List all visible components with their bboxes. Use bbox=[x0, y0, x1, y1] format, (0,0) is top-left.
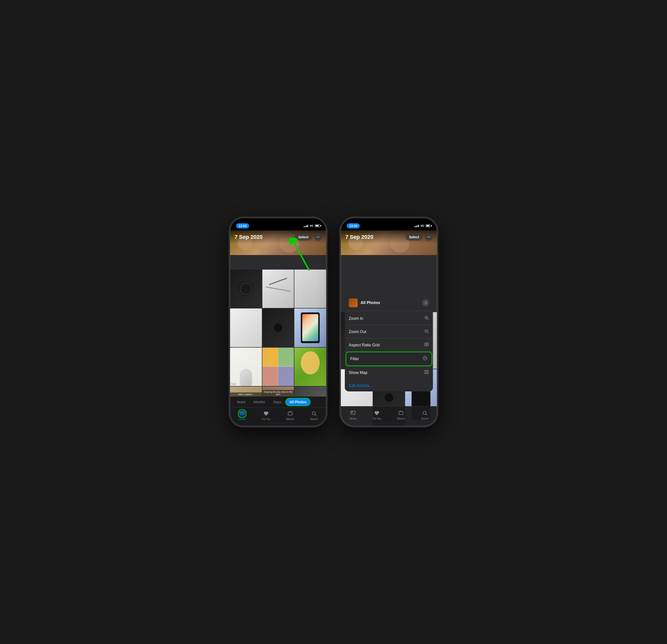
menu-item-filter[interactable]: Filter bbox=[346, 352, 432, 366]
photo-header-right: 7 Sep 2020 Select ··· bbox=[341, 230, 437, 244]
photo-cable-top[interactable] bbox=[262, 270, 294, 308]
tab-library-right[interactable]: Library bbox=[341, 409, 365, 420]
tab-label-search-left: Search bbox=[310, 418, 318, 420]
svg-rect-2 bbox=[240, 412, 244, 415]
svg-line-9 bbox=[315, 415, 316, 416]
library-icon-right bbox=[349, 409, 356, 417]
photo-caption: Add a Caption... bbox=[230, 392, 262, 396]
svg-rect-28 bbox=[351, 412, 353, 413]
battery-right bbox=[425, 225, 431, 227]
for-you-icon-right bbox=[373, 409, 380, 417]
svg-point-8 bbox=[312, 412, 315, 415]
signal-bars-left bbox=[304, 224, 308, 227]
signal-bar-1 bbox=[304, 226, 305, 227]
tab-label-albums-right: Albums bbox=[397, 417, 405, 420]
albums-icon bbox=[287, 410, 294, 417]
signal-bars-right bbox=[414, 224, 419, 227]
tab-library[interactable]: Library bbox=[230, 410, 254, 420]
tab-bar-right: Library For You bbox=[341, 406, 437, 426]
tab-label-for-you-right: For You bbox=[373, 417, 381, 420]
photo-bottom-2[interactable]: Enjoying the play area on the farm bbox=[262, 386, 294, 396]
menu-item-zoom-out[interactable]: Zoom Out bbox=[345, 325, 433, 338]
signal-label-left: 4G bbox=[310, 224, 313, 227]
svg-rect-6 bbox=[288, 412, 292, 415]
svg-rect-30 bbox=[400, 410, 402, 412]
for-you-icon bbox=[263, 410, 270, 417]
signal-bar-r4 bbox=[418, 225, 419, 227]
zoom-out-icon bbox=[424, 329, 429, 335]
photo-baby[interactable] bbox=[294, 348, 326, 386]
tab-search-right[interactable]: Search bbox=[413, 409, 437, 420]
zoom-out-label: Zoom Out bbox=[349, 329, 366, 334]
tab-bar-left: Years Months Days All Photos bbox=[230, 396, 326, 426]
tab-for-you[interactable]: For You bbox=[254, 410, 278, 420]
left-phone: 13:03 4G bbox=[230, 218, 326, 426]
svg-rect-7 bbox=[289, 412, 291, 412]
menu-item-show-map[interactable]: Show Map bbox=[345, 366, 433, 379]
menu-item-aspect-ratio[interactable]: Aspect Ratio Grid bbox=[345, 338, 433, 352]
tab-label-library-right: Library bbox=[349, 417, 357, 420]
view-btn-all-photos[interactable]: All Photos bbox=[286, 399, 310, 405]
menu-item-zoom-in[interactable]: Zoom In bbox=[345, 312, 433, 325]
status-right-right: 4G bbox=[414, 224, 431, 227]
battery-left bbox=[315, 225, 320, 227]
signal-bar-r3 bbox=[417, 225, 418, 227]
context-menu-title: All Photos bbox=[361, 301, 422, 305]
aspect-ratio-label: Aspect Ratio Grid bbox=[349, 343, 379, 347]
photo-accessory-1[interactable] bbox=[294, 270, 326, 308]
view-switcher: Years Months Days All Photos bbox=[230, 397, 326, 408]
photo-stand-1[interactable] bbox=[230, 308, 262, 347]
photo-bottom-1[interactable]: Add a Caption... bbox=[230, 386, 262, 396]
photo-speaker-dark[interactable] bbox=[230, 270, 262, 308]
svg-rect-29 bbox=[399, 412, 403, 415]
status-right-left: 4G bbox=[304, 224, 320, 227]
svg-rect-5 bbox=[242, 412, 244, 414]
svg-line-15 bbox=[427, 332, 429, 333]
notch-right bbox=[369, 218, 409, 225]
tab-label-library: Library bbox=[238, 418, 246, 420]
svg-line-11 bbox=[427, 319, 429, 320]
photo-grid-left: 0:10 Add a Caption... bbox=[230, 230, 326, 396]
photo-bottom-3[interactable] bbox=[294, 386, 326, 396]
video-duration-badge: 0:10 bbox=[231, 382, 236, 385]
signal-bar-r1 bbox=[414, 226, 415, 227]
albums-icon-right bbox=[397, 409, 404, 417]
photo-speaker-2[interactable] bbox=[262, 308, 294, 347]
photo-homepod[interactable]: 0:10 bbox=[230, 348, 262, 386]
svg-rect-4 bbox=[241, 412, 242, 414]
context-menu: All Photos ✕ Zoom In bbox=[345, 295, 433, 391]
context-menu-items: Zoom In Zoom Out bbox=[345, 311, 433, 380]
zoom-in-label: Zoom In bbox=[349, 316, 363, 321]
battery-fill-right bbox=[426, 225, 430, 226]
more-button-right[interactable]: ··· bbox=[425, 234, 433, 241]
edit-actions-link[interactable]: Edit Actions... bbox=[349, 384, 373, 388]
header-actions-right: Select ··· bbox=[406, 234, 433, 241]
tab-label-search-right: Search bbox=[421, 417, 429, 420]
select-button-left[interactable]: Select bbox=[295, 234, 312, 241]
signal-label-right: 4G bbox=[420, 224, 424, 227]
view-btn-years[interactable]: Years bbox=[233, 399, 248, 405]
view-btn-months[interactable]: Months bbox=[250, 399, 268, 405]
tab-items-left: Library For You bbox=[230, 408, 326, 426]
notch bbox=[258, 218, 298, 225]
view-btn-days[interactable]: Days bbox=[270, 399, 284, 405]
search-icon-right bbox=[421, 409, 428, 417]
show-map-label: Show Map bbox=[349, 370, 368, 375]
photo-phone-device[interactable] bbox=[294, 308, 326, 347]
photo-date-right: 7 Sep 2020 bbox=[345, 234, 373, 240]
status-time-right: 13:03 bbox=[347, 223, 360, 228]
tab-albums[interactable]: Albums bbox=[278, 410, 302, 420]
photo-caption-2: Enjoying the play area on the farm bbox=[262, 390, 294, 396]
tab-items-right: Library For You bbox=[341, 406, 437, 426]
tab-search[interactable]: Search bbox=[302, 410, 326, 420]
search-icon-left bbox=[311, 410, 318, 417]
svg-line-32 bbox=[426, 414, 427, 415]
tab-albums-right[interactable]: Albums bbox=[389, 409, 413, 420]
photo-collage[interactable] bbox=[262, 348, 294, 386]
tab-for-you-right[interactable]: For You bbox=[365, 409, 389, 420]
filter-icon bbox=[423, 356, 427, 362]
signal-bar-4 bbox=[307, 225, 308, 227]
more-button-left[interactable]: ··· bbox=[314, 234, 322, 241]
select-button-right[interactable]: Select bbox=[406, 234, 423, 241]
context-menu-close-button[interactable]: ✕ bbox=[422, 299, 429, 306]
